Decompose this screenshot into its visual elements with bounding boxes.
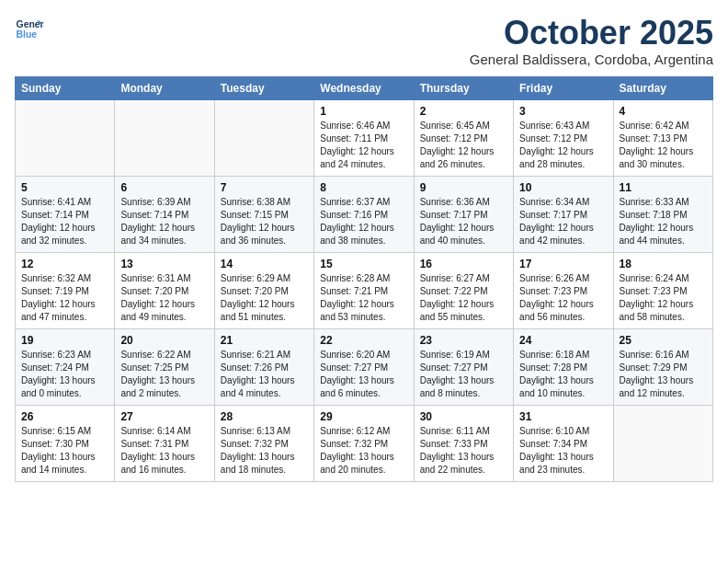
calendar-day-cell: 2Sunrise: 6:45 AM Sunset: 7:12 PM Daylig… — [414, 99, 513, 176]
day-info: Sunrise: 6:36 AM Sunset: 7:17 PM Dayligh… — [420, 196, 507, 247]
calendar-day-cell: 8Sunrise: 6:37 AM Sunset: 7:16 PM Daylig… — [314, 176, 414, 252]
calendar-table: SundayMondayTuesdayWednesdayThursdayFrid… — [15, 76, 713, 482]
day-number: 24 — [519, 334, 607, 347]
day-info: Sunrise: 6:21 AM Sunset: 7:26 PM Dayligh… — [221, 349, 308, 400]
weekday-header-row: SundayMondayTuesdayWednesdayThursdayFrid… — [16, 76, 713, 99]
day-info: Sunrise: 6:37 AM Sunset: 7:16 PM Dayligh… — [320, 196, 407, 247]
calendar-day-cell: 5Sunrise: 6:41 AM Sunset: 7:14 PM Daylig… — [16, 176, 115, 252]
calendar-week-row: 12Sunrise: 6:32 AM Sunset: 7:19 PM Dayli… — [16, 252, 713, 328]
day-number: 14 — [221, 258, 308, 270]
day-info: Sunrise: 6:24 AM Sunset: 7:23 PM Dayligh… — [620, 272, 707, 324]
calendar-day-cell: 12Sunrise: 6:32 AM Sunset: 7:19 PM Dayli… — [16, 252, 115, 328]
logo: General Blue — [15, 15, 44, 44]
calendar-day-cell: 25Sunrise: 6:16 AM Sunset: 7:29 PM Dayli… — [613, 328, 712, 405]
day-number: 27 — [120, 410, 208, 423]
day-number: 21 — [221, 334, 308, 347]
month-title: October 2025 — [470, 15, 713, 52]
day-number: 9 — [420, 181, 507, 194]
day-info: Sunrise: 6:16 AM Sunset: 7:29 PM Dayligh… — [620, 349, 707, 400]
calendar-day-cell: 18Sunrise: 6:24 AM Sunset: 7:23 PM Dayli… — [613, 252, 712, 328]
day-info: Sunrise: 6:10 AM Sunset: 7:34 PM Dayligh… — [519, 425, 607, 477]
day-number: 3 — [519, 105, 607, 118]
title-block: October 2025 General Baldissera, Cordoba… — [470, 15, 713, 67]
day-info: Sunrise: 6:28 AM Sunset: 7:21 PM Dayligh… — [320, 272, 407, 324]
calendar-day-cell: 24Sunrise: 6:18 AM Sunset: 7:28 PM Dayli… — [514, 328, 613, 405]
calendar-day-cell: 10Sunrise: 6:34 AM Sunset: 7:17 PM Dayli… — [514, 176, 613, 252]
day-info: Sunrise: 6:13 AM Sunset: 7:32 PM Dayligh… — [221, 425, 308, 477]
day-info: Sunrise: 6:29 AM Sunset: 7:20 PM Dayligh… — [221, 272, 308, 324]
day-info: Sunrise: 6:14 AM Sunset: 7:31 PM Dayligh… — [120, 425, 208, 477]
day-number: 6 — [120, 181, 208, 194]
day-info: Sunrise: 6:39 AM Sunset: 7:14 PM Dayligh… — [120, 196, 208, 247]
day-number: 20 — [120, 334, 208, 347]
day-info: Sunrise: 6:32 AM Sunset: 7:19 PM Dayligh… — [21, 272, 108, 324]
day-number: 29 — [320, 410, 407, 423]
day-number: 26 — [21, 410, 108, 423]
calendar-day-cell: 23Sunrise: 6:19 AM Sunset: 7:27 PM Dayli… — [414, 328, 513, 405]
calendar-day-cell: 14Sunrise: 6:29 AM Sunset: 7:20 PM Dayli… — [214, 252, 313, 328]
calendar-day-cell — [115, 99, 214, 176]
day-number: 25 — [620, 334, 707, 347]
day-info: Sunrise: 6:43 AM Sunset: 7:12 PM Dayligh… — [519, 120, 607, 171]
day-number: 10 — [519, 181, 607, 194]
calendar-day-cell: 4Sunrise: 6:42 AM Sunset: 7:13 PM Daylig… — [613, 99, 712, 176]
weekday-header-cell: Wednesday — [314, 76, 414, 99]
day-info: Sunrise: 6:31 AM Sunset: 7:20 PM Dayligh… — [120, 272, 208, 324]
day-number: 30 — [420, 410, 507, 423]
calendar-day-cell: 16Sunrise: 6:27 AM Sunset: 7:22 PM Dayli… — [414, 252, 513, 328]
day-number: 19 — [21, 334, 108, 347]
day-number: 13 — [120, 258, 208, 270]
weekday-header-cell: Friday — [514, 76, 613, 99]
day-info: Sunrise: 6:12 AM Sunset: 7:32 PM Dayligh… — [320, 425, 407, 477]
day-number: 23 — [420, 334, 507, 347]
day-number: 1 — [320, 105, 407, 118]
calendar-day-cell — [613, 405, 712, 481]
calendar-day-cell: 11Sunrise: 6:33 AM Sunset: 7:18 PM Dayli… — [613, 176, 712, 252]
svg-text:Blue: Blue — [17, 29, 38, 40]
day-info: Sunrise: 6:38 AM Sunset: 7:15 PM Dayligh… — [221, 196, 308, 247]
calendar-day-cell: 27Sunrise: 6:14 AM Sunset: 7:31 PM Dayli… — [115, 405, 214, 481]
page-header: General Blue October 2025 General Baldis… — [15, 15, 713, 67]
weekday-header-cell: Saturday — [613, 76, 712, 99]
day-number: 17 — [519, 258, 607, 270]
day-number: 16 — [420, 258, 507, 270]
day-info: Sunrise: 6:27 AM Sunset: 7:22 PM Dayligh… — [420, 272, 507, 324]
day-info: Sunrise: 6:22 AM Sunset: 7:25 PM Dayligh… — [120, 349, 208, 400]
weekday-header-cell: Sunday — [16, 76, 115, 99]
calendar-day-cell: 3Sunrise: 6:43 AM Sunset: 7:12 PM Daylig… — [514, 99, 613, 176]
calendar-body: 1Sunrise: 6:46 AM Sunset: 7:11 PM Daylig… — [16, 99, 713, 481]
weekday-header-cell: Thursday — [414, 76, 513, 99]
calendar-day-cell — [16, 99, 115, 176]
weekday-header-cell: Tuesday — [214, 76, 313, 99]
day-info: Sunrise: 6:19 AM Sunset: 7:27 PM Dayligh… — [420, 349, 507, 400]
calendar-day-cell: 19Sunrise: 6:23 AM Sunset: 7:24 PM Dayli… — [16, 328, 115, 405]
calendar-day-cell: 13Sunrise: 6:31 AM Sunset: 7:20 PM Dayli… — [115, 252, 214, 328]
day-number: 11 — [620, 181, 707, 194]
calendar-day-cell: 21Sunrise: 6:21 AM Sunset: 7:26 PM Dayli… — [214, 328, 313, 405]
day-number: 15 — [320, 258, 407, 270]
day-info: Sunrise: 6:41 AM Sunset: 7:14 PM Dayligh… — [21, 196, 108, 247]
calendar-day-cell: 1Sunrise: 6:46 AM Sunset: 7:11 PM Daylig… — [314, 99, 414, 176]
calendar-day-cell: 22Sunrise: 6:20 AM Sunset: 7:27 PM Dayli… — [314, 328, 414, 405]
calendar-week-row: 5Sunrise: 6:41 AM Sunset: 7:14 PM Daylig… — [16, 176, 713, 252]
day-info: Sunrise: 6:23 AM Sunset: 7:24 PM Dayligh… — [21, 349, 108, 400]
day-info: Sunrise: 6:26 AM Sunset: 7:23 PM Dayligh… — [519, 272, 607, 324]
day-info: Sunrise: 6:15 AM Sunset: 7:30 PM Dayligh… — [21, 425, 108, 477]
calendar-day-cell: 30Sunrise: 6:11 AM Sunset: 7:33 PM Dayli… — [414, 405, 513, 481]
day-info: Sunrise: 6:45 AM Sunset: 7:12 PM Dayligh… — [420, 120, 507, 171]
calendar-day-cell: 9Sunrise: 6:36 AM Sunset: 7:17 PM Daylig… — [414, 176, 513, 252]
day-info: Sunrise: 6:18 AM Sunset: 7:28 PM Dayligh… — [519, 349, 607, 400]
day-number: 7 — [221, 181, 308, 194]
calendar-day-cell: 7Sunrise: 6:38 AM Sunset: 7:15 PM Daylig… — [214, 176, 313, 252]
day-number: 22 — [320, 334, 407, 347]
day-info: Sunrise: 6:46 AM Sunset: 7:11 PM Dayligh… — [320, 120, 407, 171]
calendar-day-cell: 20Sunrise: 6:22 AM Sunset: 7:25 PM Dayli… — [115, 328, 214, 405]
logo-icon: General Blue — [15, 15, 44, 44]
weekday-header-cell: Monday — [115, 76, 214, 99]
calendar-day-cell: 31Sunrise: 6:10 AM Sunset: 7:34 PM Dayli… — [514, 405, 613, 481]
day-info: Sunrise: 6:34 AM Sunset: 7:17 PM Dayligh… — [519, 196, 607, 247]
calendar-week-row: 1Sunrise: 6:46 AM Sunset: 7:11 PM Daylig… — [16, 99, 713, 176]
calendar-week-row: 26Sunrise: 6:15 AM Sunset: 7:30 PM Dayli… — [16, 405, 713, 481]
day-info: Sunrise: 6:11 AM Sunset: 7:33 PM Dayligh… — [420, 425, 507, 477]
day-info: Sunrise: 6:42 AM Sunset: 7:13 PM Dayligh… — [620, 120, 707, 171]
